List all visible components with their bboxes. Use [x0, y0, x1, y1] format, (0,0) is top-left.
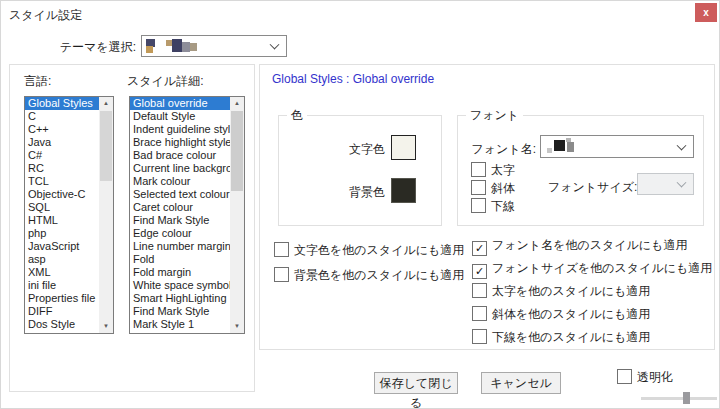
- list-item[interactable]: RC: [25, 162, 99, 175]
- transparency-checkbox[interactable]: [617, 369, 632, 384]
- list-item[interactable]: Line number margin: [130, 240, 230, 253]
- save-and-close-button[interactable]: 保存して閉じる: [374, 372, 458, 394]
- apply-fg-color-row: 文字色を他のスタイルにも適用: [274, 242, 464, 259]
- censored-font-preview: [566, 138, 571, 142]
- scroll-up-icon[interactable]: ▲: [99, 97, 113, 110]
- list-item[interactable]: Current line background: [130, 162, 230, 175]
- list-item[interactable]: Selected text colour: [130, 188, 230, 201]
- censored-theme-preview: [182, 42, 190, 52]
- censored-font-preview: [567, 142, 574, 152]
- list-item[interactable]: php: [25, 227, 99, 240]
- apply-font-name-checkbox[interactable]: ✓: [472, 241, 487, 256]
- underline-checkbox-row: 下線: [471, 198, 515, 215]
- list-item[interactable]: TCL: [25, 175, 99, 188]
- list-item[interactable]: Find Mark Style: [130, 214, 230, 227]
- list-item[interactable]: HTML: [25, 214, 99, 227]
- transparency-row: 透明化: [617, 369, 673, 386]
- italic-label: 斜体: [491, 181, 515, 195]
- scroll-up-icon[interactable]: ▲: [230, 97, 244, 110]
- list-item[interactable]: Indent guideline style: [130, 123, 230, 136]
- language-scrollbar[interactable]: ▲ ▼: [99, 97, 113, 333]
- color-group: 色 文字色 背景色: [278, 115, 442, 226]
- list-item[interactable]: White space symbol: [130, 279, 230, 292]
- list-item[interactable]: Properties file: [25, 292, 99, 305]
- italic-checkbox[interactable]: [471, 180, 486, 195]
- scroll-down-icon[interactable]: ▼: [230, 320, 244, 333]
- theme-select-dropdown[interactable]: [141, 35, 287, 57]
- apply-underline-label: 下線を他のスタイルにも適用: [492, 330, 650, 344]
- apply-italic-checkbox[interactable]: [472, 306, 487, 321]
- list-item[interactable]: Java: [25, 136, 99, 149]
- list-item[interactable]: Caret colour: [130, 201, 230, 214]
- apply-font-size-row: ✓フォントサイズを他のスタイルにも適用: [472, 260, 712, 279]
- language-listbox[interactable]: Global Styles C C++ Java C# RC TCL Objec…: [24, 96, 114, 334]
- close-icon[interactable]: x: [695, 3, 717, 22]
- apply-italic-row: 斜体を他のスタイルにも適用: [472, 306, 650, 323]
- cancel-button[interactable]: キャンセル: [481, 372, 561, 394]
- scroll-down-icon[interactable]: ▼: [99, 320, 113, 333]
- list-item[interactable]: JavaScript: [25, 240, 99, 253]
- font-name-dropdown[interactable]: [540, 135, 694, 158]
- bold-checkbox[interactable]: [471, 162, 486, 177]
- list-item[interactable]: ini file: [25, 279, 99, 292]
- list-item[interactable]: XML: [25, 266, 99, 279]
- list-item[interactable]: Global override: [130, 97, 230, 110]
- apply-underline-row: 下線を他のスタイルにも適用: [472, 329, 650, 346]
- list-item[interactable]: asp: [25, 253, 99, 266]
- list-item[interactable]: Mark colour: [130, 175, 230, 188]
- list-item[interactable]: DIFF: [25, 305, 99, 318]
- style-detail-listbox[interactable]: Global override Default Style Indent gui…: [129, 96, 245, 334]
- font-size-label: フォントサイズ:: [548, 179, 633, 196]
- list-item[interactable]: Fold: [130, 253, 230, 266]
- apply-fg-color-checkbox[interactable]: [274, 242, 289, 257]
- list-item[interactable]: C++: [25, 123, 99, 136]
- theme-select-label: テーマを選択:: [56, 39, 136, 56]
- list-item[interactable]: Global Styles: [25, 97, 99, 110]
- lists-panel: 言語: スタイル詳細: Global Styles C C++ Java C# …: [9, 64, 255, 392]
- scrollbar-thumb[interactable]: [100, 111, 112, 181]
- bold-checkbox-row: 太字: [471, 162, 515, 179]
- style-configurator-dialog: スタイル設定 x テーマを選択: 言語: スタイル詳細: Global Styl…: [0, 0, 720, 409]
- background-color-swatch[interactable]: [391, 178, 416, 203]
- apply-bold-checkbox[interactable]: [472, 283, 487, 298]
- bold-label: 太字: [491, 163, 515, 177]
- dialog-title: スタイル設定: [9, 7, 82, 24]
- scrollbar-thumb[interactable]: [231, 111, 243, 191]
- apply-underline-checkbox[interactable]: [472, 329, 487, 344]
- list-item[interactable]: Brace highlight style: [130, 136, 230, 149]
- apply-bold-label: 太字を他のスタイルにも適用: [492, 284, 650, 298]
- font-group: フォント フォント名: 太字 斜体 下線 フォントサイズ:: [457, 115, 704, 226]
- apply-font-name-row: ✓フォント名を他のスタイルにも適用: [472, 237, 687, 256]
- transparency-slider[interactable]: [641, 397, 717, 400]
- chevron-down-icon: [270, 40, 280, 50]
- font-size-dropdown[interactable]: [637, 173, 694, 195]
- censored-theme-preview: [146, 46, 153, 53]
- foreground-color-swatch[interactable]: [391, 135, 416, 160]
- list-item[interactable]: Smart HighLighting: [130, 292, 230, 305]
- color-group-legend: 色: [287, 108, 307, 122]
- apply-fg-color-label: 文字色を他のスタイルにも適用: [294, 243, 464, 257]
- list-item[interactable]: Dos Style: [25, 318, 99, 331]
- list-item[interactable]: C#: [25, 149, 99, 162]
- language-rows: Global Styles C C++ Java C# RC TCL Objec…: [25, 97, 99, 333]
- list-item[interactable]: Default Style: [130, 110, 230, 123]
- list-item[interactable]: Fold margin: [130, 266, 230, 279]
- list-item[interactable]: C: [25, 110, 99, 123]
- foreground-color-label: 文字色: [279, 141, 385, 158]
- style-detail-scrollbar[interactable]: ▲ ▼: [230, 97, 244, 333]
- list-item[interactable]: Mark Style 1: [130, 318, 230, 331]
- censored-theme-preview: [172, 39, 182, 52]
- list-item[interactable]: Objective-C: [25, 188, 99, 201]
- style-detail-list-label: スタイル詳細:: [127, 73, 203, 90]
- style-editor-panel: Global Styles : Global override 色 文字色 背景…: [259, 64, 715, 350]
- apply-bold-row: 太字を他のスタイルにも適用: [472, 283, 650, 300]
- transparency-slider-thumb[interactable]: [683, 392, 690, 404]
- list-item[interactable]: SQL: [25, 201, 99, 214]
- list-item[interactable]: Find Mark Style: [130, 305, 230, 318]
- apply-font-size-checkbox[interactable]: ✓: [472, 264, 487, 279]
- apply-bg-color-checkbox[interactable]: [274, 267, 289, 282]
- list-item[interactable]: Edge colour: [130, 227, 230, 240]
- underline-checkbox[interactable]: [471, 198, 486, 213]
- list-item[interactable]: Bad brace colour: [130, 149, 230, 162]
- underline-label: 下線: [491, 199, 515, 213]
